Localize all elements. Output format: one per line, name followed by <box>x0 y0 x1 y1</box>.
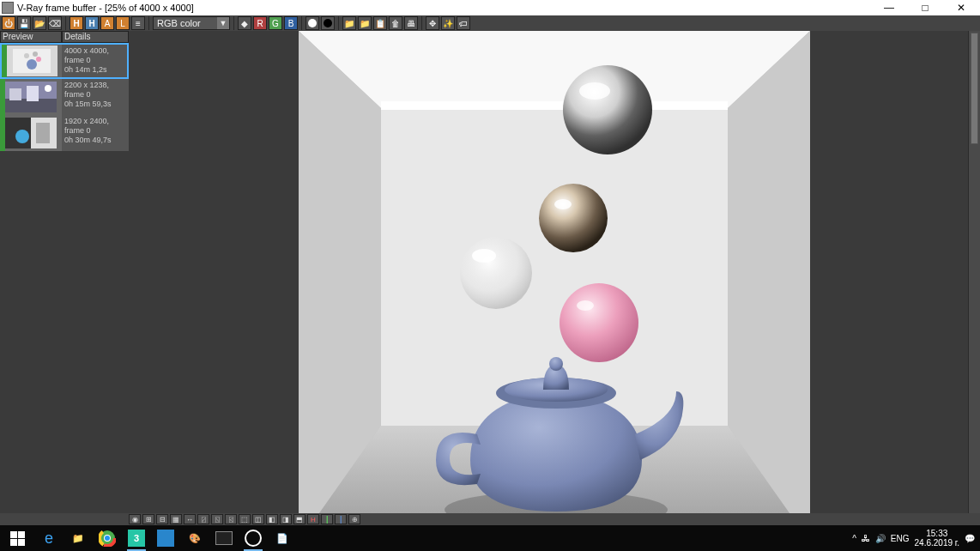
sb-btn[interactable]: ⬒ <box>293 514 305 524</box>
svg-point-3 <box>24 53 29 58</box>
svg-point-25 <box>554 199 572 209</box>
svg-point-33 <box>549 357 563 371</box>
render-viewport[interactable] <box>299 31 810 542</box>
svg-rect-8 <box>9 88 21 100</box>
taskbar-chrome[interactable] <box>93 525 122 551</box>
folder2-button[interactable]: 📁 <box>358 16 372 30</box>
trash-button[interactable]: 🗑 <box>389 16 402 30</box>
sb-btn[interactable]: ▦ <box>170 514 182 524</box>
history-thumb <box>2 45 62 77</box>
info-button[interactable]: 🏷 <box>457 16 470 30</box>
history-col-details[interactable]: Details <box>62 31 129 43</box>
channel-label: RGB color <box>157 18 201 28</box>
white-point-button[interactable] <box>305 16 319 30</box>
a-button[interactable]: A <box>100 16 114 30</box>
print-button[interactable]: 🖶 <box>404 16 418 30</box>
wand-button[interactable]: ✨ <box>441 16 455 30</box>
svg-point-29 <box>577 300 594 311</box>
link-button[interactable]: L <box>116 16 130 30</box>
svg-rect-14 <box>36 123 50 143</box>
folder-button[interactable]: 📁 <box>342 16 356 30</box>
sb-btn[interactable]: ◉ <box>129 514 141 524</box>
history-row[interactable]: 4000 x 4000, frame 0 0h 14m 1,2s <box>0 43 129 79</box>
history-row[interactable]: 1920 x 2400, frame 0 0h 30m 49,7s <box>0 115 129 151</box>
windows-logo-icon <box>10 531 25 546</box>
app-icon <box>2 2 14 14</box>
svg-point-10 <box>45 85 51 92</box>
taskbar-cmd[interactable] <box>209 525 239 551</box>
vertical-scrollbar[interactable] <box>968 31 980 542</box>
clear-button[interactable]: ⌫ <box>48 16 62 30</box>
tray-network-icon[interactable]: 🖧 <box>862 534 870 543</box>
sb-btn[interactable]: ⍁ <box>197 514 209 524</box>
taskbar-notes[interactable]: 📄 <box>268 525 297 551</box>
open-button[interactable]: 📂 <box>33 16 46 30</box>
close-button[interactable]: ✕ <box>944 1 978 15</box>
swatch-button[interactable]: ◆ <box>238 16 251 30</box>
sb-btn[interactable]: ⍃ <box>225 514 237 524</box>
svg-rect-21 <box>381 101 728 110</box>
minimize-button[interactable]: — <box>872 1 906 15</box>
history-row[interactable]: 2200 x 1238, frame 0 0h 15m 59,3s <box>0 79 129 115</box>
svg-point-4 <box>33 51 38 57</box>
sb-btn[interactable]: ⍂ <box>211 514 223 524</box>
history-a-button[interactable]: H <box>70 16 83 30</box>
tray-clock[interactable]: 15:33 24.6.2019 г. <box>915 529 959 548</box>
sb-btn[interactable]: ◧ <box>266 514 278 524</box>
menu-button[interactable]: ≡ <box>131 16 145 30</box>
history-panel: Preview Details 4000 x 4000, frame 0 0h … <box>0 31 129 151</box>
svg-marker-16 <box>299 31 810 108</box>
tray-notifications-icon[interactable]: 💬 <box>965 534 975 543</box>
tray-volume-icon[interactable]: 🔊 <box>875 534 886 543</box>
sb-btn[interactable]: ⊕ <box>348 514 360 524</box>
toolbar: ⏻ 💾 📂 ⌫ H H A L ≡ RGB color ▼ ◆ R G B 📁 … <box>0 15 980 31</box>
taskbar: e 📁 3 🎨 📄 ^ 🖧 🔊 ENG 15:33 24.6.2019 г. 💬 <box>0 525 980 551</box>
blue-channel-button[interactable]: B <box>284 16 298 30</box>
clipboard-button[interactable]: 📋 <box>373 16 387 30</box>
red-channel-button[interactable]: R <box>253 16 267 30</box>
svg-point-23 <box>579 82 610 100</box>
history-col-preview[interactable]: Preview <box>0 31 62 43</box>
scrollbar-thumb[interactable] <box>971 33 978 144</box>
tray-up-icon[interactable]: ^ <box>852 534 856 543</box>
start-button[interactable] <box>0 525 34 551</box>
system-tray: ^ 🖧 🔊 ENG 15:33 24.6.2019 г. 💬 <box>852 529 980 548</box>
save-button[interactable]: 💾 <box>17 16 31 30</box>
taskbar-3dsmax[interactable]: 3 <box>122 525 151 551</box>
sb-btn[interactable]: ↔ <box>184 514 196 524</box>
power-button[interactable]: ⏻ <box>2 16 15 30</box>
svg-point-22 <box>563 65 652 154</box>
green-channel-button[interactable]: G <box>269 16 282 30</box>
sb-btn[interactable]: ◨ <box>280 514 292 524</box>
svg-point-13 <box>15 130 29 143</box>
sb-btn[interactable]: ǀ <box>321 514 333 524</box>
sb-btn[interactable]: ◫ <box>252 514 264 524</box>
taskbar-vray[interactable] <box>239 525 268 551</box>
black-point-button[interactable] <box>321 16 335 30</box>
svg-point-38 <box>105 536 110 541</box>
svg-rect-9 <box>27 86 39 101</box>
channel-select[interactable]: RGB color ▼ <box>153 16 230 30</box>
history-thumb <box>0 115 62 151</box>
history-details: 2200 x 1238, frame 0 0h 15m 59,3s <box>62 79 129 115</box>
maximize-button[interactable]: □ <box>908 1 942 15</box>
history-b-button[interactable]: H <box>85 16 99 30</box>
sb-btn[interactable]: ⊞ <box>142 514 154 524</box>
sb-btn[interactable]: ǀ <box>335 514 347 524</box>
taskbar-app[interactable]: 🎨 <box>180 525 209 551</box>
statusbar: ◉ ⊞ ⊟ ▦ ↔ ⍁ ⍂ ⍃ ⬚ ◫ ◧ ◨ ⬒ H ǀ ǀ ⊕ <box>0 513 980 525</box>
titlebar: V-Ray frame buffer - [25% of 4000 x 4000… <box>0 0 980 15</box>
svg-point-28 <box>560 283 638 362</box>
taskbar-app[interactable] <box>151 525 180 551</box>
taskbar-edge[interactable]: e <box>34 525 64 551</box>
dropdown-arrow-icon: ▼ <box>217 17 229 29</box>
tray-lang[interactable]: ENG <box>891 534 910 543</box>
sb-btn[interactable]: ⬚ <box>239 514 251 524</box>
workspace: Preview Details 4000 x 4000, frame 0 0h … <box>0 31 980 525</box>
move-button[interactable]: ✥ <box>426 16 439 30</box>
sb-btn-h[interactable]: H <box>307 514 319 524</box>
sb-btn[interactable]: ⊟ <box>156 514 168 524</box>
taskbar-explorer[interactable]: 📁 <box>64 525 93 551</box>
history-thumb <box>0 79 62 115</box>
svg-point-24 <box>539 184 608 252</box>
